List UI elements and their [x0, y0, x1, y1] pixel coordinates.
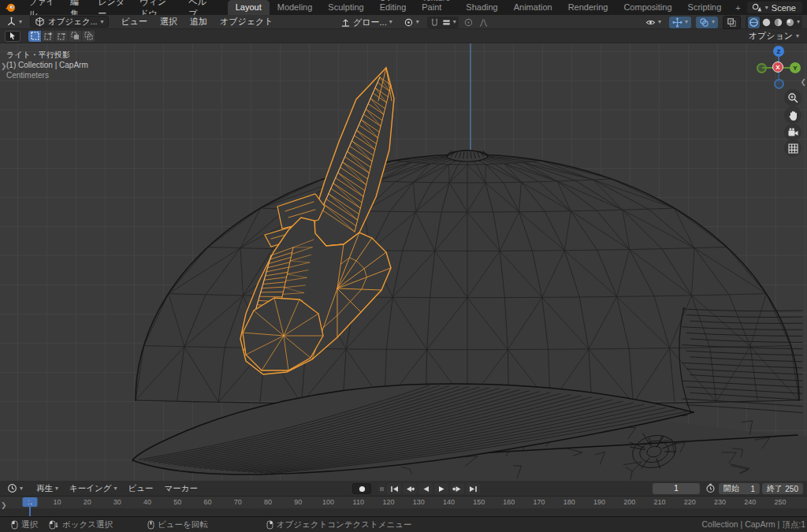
timeline-tick-180[interactable]: 180: [563, 498, 575, 506]
viewport-menu-0[interactable]: ビュー: [115, 14, 154, 29]
tab-uv-editing[interactable]: UV Editing: [372, 0, 415, 15]
tab-modeling[interactable]: Modeling: [270, 0, 321, 15]
tab-texture-paint[interactable]: Texture Paint: [414, 0, 458, 15]
pivot-point-dropdown[interactable]: ▾: [400, 17, 422, 28]
timeline-tick-100[interactable]: 100: [322, 498, 334, 506]
timeline-tick-10[interactable]: 10: [53, 498, 61, 506]
solid-shading-icon[interactable]: [761, 17, 772, 28]
gizmo-neg-z-ball[interactable]: [774, 79, 784, 89]
tab-sculpting[interactable]: Sculpting: [320, 0, 371, 15]
ortho-grid-toggle-button[interactable]: [784, 140, 801, 157]
timeline-tick-190[interactable]: 190: [593, 498, 605, 506]
play-reverse-button[interactable]: [418, 483, 433, 494]
select-mode-invert[interactable]: [69, 31, 82, 42]
current-frame-field[interactable]: 1: [653, 483, 700, 494]
keying-set-button[interactable]: [377, 483, 385, 494]
toolbar-expand-icon[interactable]: ❯: [1, 62, 7, 70]
jump-to-end-button[interactable]: [466, 483, 480, 494]
select-mode-new[interactable]: [28, 31, 42, 42]
previous-keyframe-button[interactable]: [403, 483, 417, 494]
timeline-tick-160[interactable]: 160: [503, 498, 515, 506]
select-mode-extend[interactable]: [42, 31, 55, 42]
timeline-tick-230[interactable]: 230: [714, 498, 726, 506]
gizmo-neg-y-ball[interactable]: [757, 63, 767, 73]
tab-layout[interactable]: Layout: [228, 0, 270, 15]
timeline-tick-80[interactable]: 80: [264, 498, 272, 506]
timeline-tick-110[interactable]: 110: [353, 498, 364, 506]
timeline-tick-70[interactable]: 70: [234, 498, 242, 506]
visibility-dropdown[interactable]: ▾: [642, 17, 664, 28]
rendered-shading-icon[interactable]: [785, 17, 795, 28]
viewport-menu-2[interactable]: 追加: [184, 14, 214, 29]
options-dropdown[interactable]: オプション ▾: [749, 30, 799, 42]
active-tool-select-box[interactable]: [5, 31, 20, 42]
blender-logo-icon[interactable]: [6, 2, 16, 13]
select-mode-subtract[interactable]: [55, 31, 69, 42]
chevron-down-icon[interactable]: ▾: [453, 19, 456, 25]
timeline-tick-140[interactable]: 140: [443, 498, 455, 506]
tab-rendering[interactable]: Rendering: [560, 0, 616, 15]
select-mode-intersect[interactable]: [82, 31, 95, 42]
timeline-tick-200[interactable]: 200: [623, 498, 635, 506]
viewport-canvas[interactable]: ライト・平行投影 (1) Collection | CapArm Centime…: [0, 43, 807, 481]
navigation-gizmo[interactable]: Z Y X: [760, 49, 798, 87]
chevron-down-icon[interactable]: ▾: [797, 19, 800, 25]
timeline-tick-50[interactable]: 50: [173, 498, 181, 506]
timeline-menu-3[interactable]: マーカー: [159, 482, 204, 496]
gizmo-x-ball[interactable]: X: [772, 61, 783, 73]
frame-end-field[interactable]: 終了 250: [762, 483, 803, 494]
timeline-tick-170[interactable]: 170: [534, 498, 545, 506]
playhead[interactable]: [29, 498, 31, 516]
viewport-menu-1[interactable]: 選択: [154, 14, 184, 29]
timeline-tick-240[interactable]: 240: [744, 498, 756, 506]
transform-orientation-dropdown[interactable]: グロー... ▾: [337, 16, 396, 29]
timeline-tick-90[interactable]: 90: [294, 498, 302, 506]
tab-compositing[interactable]: Compositing: [615, 0, 679, 15]
falloff-curve-icon[interactable]: [478, 17, 489, 28]
timeline-tick-60[interactable]: 60: [204, 498, 212, 506]
camera-view-button[interactable]: [784, 124, 801, 141]
mode-dropdown[interactable]: オブジェク... ▾: [30, 16, 109, 28]
gizmo-y-ball[interactable]: Y: [790, 62, 801, 73]
overlays-toggle[interactable]: ▾: [696, 17, 718, 28]
proportional-editing-icon[interactable]: [463, 17, 474, 28]
gizmos-toggle[interactable]: ▾: [669, 17, 691, 28]
auto-key-record-button[interactable]: [352, 483, 371, 494]
viewport-menu-3[interactable]: オブジェクト: [214, 14, 280, 29]
timeline-ruler[interactable]: 1102030405060708090100110120130140150160…: [0, 497, 807, 508]
timeline-tick-250[interactable]: 250: [774, 498, 786, 506]
jump-to-start-button[interactable]: [387, 483, 401, 494]
shading-wireframe-button[interactable]: [748, 17, 760, 28]
timeline-menu-1[interactable]: キーイング ▾: [64, 482, 123, 496]
tab-scripting[interactable]: Scripting: [680, 0, 730, 15]
xray-toggle[interactable]: [723, 16, 741, 29]
timeline-expand-icon[interactable]: ❯: [1, 501, 7, 509]
add-workspace-button[interactable]: +: [729, 1, 746, 15]
pan-tool-button[interactable]: [784, 106, 801, 124]
scene-selector[interactable]: ▾ Scene: [747, 2, 802, 13]
next-keyframe-button[interactable]: [450, 483, 464, 494]
timeline-tick-210[interactable]: 210: [654, 498, 666, 506]
timeline-tick-220[interactable]: 220: [684, 498, 696, 506]
timeline-tick-40[interactable]: 40: [143, 498, 151, 506]
tab-animation[interactable]: Animation: [506, 0, 560, 15]
material-shading-icon[interactable]: [773, 17, 783, 28]
timeline-tick-20[interactable]: 20: [84, 498, 91, 506]
snap-target-icon[interactable]: [441, 17, 452, 28]
timeline-tick-130[interactable]: 130: [413, 498, 425, 506]
timeline-editor-type-button[interactable]: ▾: [4, 482, 26, 494]
gizmo-z-ball[interactable]: Z: [773, 46, 784, 57]
tab-shading[interactable]: Shading: [458, 0, 505, 15]
timeline-menu-2[interactable]: ビュー: [123, 482, 159, 496]
timeline-tick-150[interactable]: 150: [473, 498, 485, 506]
play-button[interactable]: [434, 483, 448, 494]
zoom-tool-button[interactable]: [784, 89, 801, 106]
sidebar-expand-icon[interactable]: ❮: [800, 78, 806, 86]
editor-type-button[interactable]: ▾: [3, 16, 25, 28]
timeline-track[interactable]: [0, 508, 807, 516]
snap-magnet-icon[interactable]: [430, 17, 440, 28]
timeline-tick-30[interactable]: 30: [113, 498, 121, 506]
timeline-tick-120[interactable]: 120: [382, 498, 394, 506]
timeline-menu-0[interactable]: 再生 ▾: [31, 482, 64, 496]
frame-start-field[interactable]: 開始 1: [719, 483, 760, 494]
